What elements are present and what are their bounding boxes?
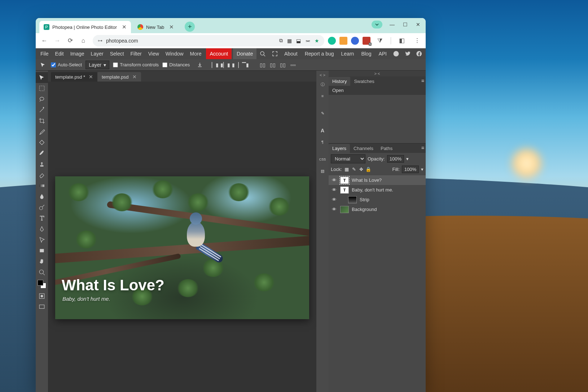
layer-row-what-is-love[interactable]: 👁 T What Is Love? xyxy=(329,175,426,185)
dodge-tool[interactable] xyxy=(36,202,48,213)
bookmark-star-icon[interactable]: ★ xyxy=(315,38,319,44)
lock-pixels-icon[interactable]: ✎ xyxy=(351,167,356,172)
doc-tab-1[interactable]: template.psd *✕ xyxy=(51,72,97,82)
auto-select-checkbox[interactable]: Auto-Select xyxy=(51,62,82,67)
facebook-icon[interactable] xyxy=(415,50,423,58)
swatches-tab[interactable]: Swatches xyxy=(350,77,378,86)
canvas-subtitle-text[interactable]: Baby, don't hurt me. xyxy=(62,296,110,302)
align-right-icon[interactable]: ▮▕ xyxy=(231,61,240,69)
visibility-icon[interactable]: 👁 xyxy=(331,187,337,193)
menu-file[interactable]: File xyxy=(37,48,52,59)
quickmask-tool[interactable] xyxy=(36,291,48,301)
layers-tab[interactable]: Layers xyxy=(329,144,350,153)
target-select[interactable]: Layer▾ xyxy=(85,61,109,69)
pen-tool[interactable] xyxy=(36,224,48,234)
ext-honey-icon[interactable] xyxy=(339,37,347,45)
brush-tool[interactable] xyxy=(36,148,48,159)
canvas-title-text[interactable]: What Is Love? xyxy=(62,277,164,294)
ext-ublock-icon[interactable]: 5 xyxy=(363,37,370,45)
visibility-icon[interactable]: 👁 xyxy=(331,207,337,212)
type-tool[interactable] xyxy=(36,213,48,224)
menu-api[interactable]: API xyxy=(376,48,390,59)
crop-tool[interactable] xyxy=(36,115,48,126)
close-tab-icon[interactable]: ✕ xyxy=(169,24,174,30)
channels-tab[interactable]: Channels xyxy=(350,144,377,153)
menu-report-bug[interactable]: Report a bug xyxy=(302,48,337,59)
layer-thumb[interactable]: T xyxy=(340,177,349,184)
browser-tab-newtab[interactable]: New Tab ✕ xyxy=(133,21,178,33)
canvas-viewport[interactable]: What Is Love? Baby, don't hurt me. xyxy=(48,82,316,392)
fullscreen-icon[interactable] xyxy=(269,48,281,59)
maximize-button[interactable]: ☐ xyxy=(400,19,411,30)
lock-position-icon[interactable]: ✥ xyxy=(359,167,364,172)
distribute-v-icon[interactable]: ▯▯ xyxy=(268,61,277,69)
close-doc-icon[interactable]: ✕ xyxy=(89,74,93,80)
paragraph-panel-icon[interactable]: ¶ xyxy=(318,138,327,146)
paths-tab[interactable]: Paths xyxy=(377,144,396,153)
close-window-button[interactable]: ✕ xyxy=(413,19,424,30)
gradient-tool[interactable] xyxy=(36,180,48,191)
transform-controls-checkbox[interactable]: Transform controls xyxy=(113,62,159,67)
color-swatches[interactable] xyxy=(38,280,46,289)
install-icon[interactable]: ⬓ xyxy=(296,38,301,44)
panel-menu-icon[interactable]: ≡ xyxy=(421,145,424,151)
account-button[interactable]: Account xyxy=(206,48,232,59)
ext-grammarly-icon[interactable] xyxy=(328,37,336,45)
align-top-icon[interactable]: ▔▮ xyxy=(241,61,250,69)
forward-button[interactable]: → xyxy=(52,35,63,47)
eraser-tool[interactable] xyxy=(36,169,48,180)
menu-blog[interactable]: Blog xyxy=(358,48,374,59)
visibility-icon[interactable]: 👁 xyxy=(331,197,337,202)
menu-window[interactable]: Window xyxy=(162,48,187,59)
eyedropper-tool[interactable] xyxy=(36,126,48,137)
history-tab[interactable]: History xyxy=(329,77,350,86)
hand-tool[interactable] xyxy=(36,256,48,267)
canvas[interactable]: What Is Love? Baby, don't hurt me. xyxy=(55,176,309,319)
sidepanel-button[interactable]: ◧ xyxy=(396,35,408,47)
menu-about[interactable]: About xyxy=(281,48,300,59)
close-doc-icon[interactable]: ✕ xyxy=(132,74,137,80)
reddit-icon[interactable] xyxy=(392,50,400,58)
fill-value[interactable]: 100% xyxy=(402,166,419,173)
layer-thumb[interactable] xyxy=(340,206,349,213)
character-panel-icon[interactable]: A xyxy=(318,126,327,135)
layer-row-strip[interactable]: 👁 Strip xyxy=(329,195,426,204)
menu-learn[interactable]: Learn xyxy=(338,48,357,59)
download-icon[interactable] xyxy=(196,61,204,69)
panel-collapse-handle[interactable]: > < xyxy=(329,71,426,76)
menu-view[interactable]: View xyxy=(145,48,162,59)
distribute-h-icon[interactable]: ▯▯ xyxy=(258,61,267,69)
close-tab-icon[interactable]: ✕ xyxy=(122,24,127,30)
marquee-tool[interactable] xyxy=(36,83,48,94)
layer-row-baby-dont-hurt-me[interactable]: 👁 T Baby, don't hurt me. xyxy=(329,185,426,195)
wand-tool[interactable] xyxy=(36,105,48,115)
clone-tool[interactable] xyxy=(36,159,48,169)
browser-menu-button[interactable]: ⋮ xyxy=(411,35,423,47)
opacity-value[interactable]: 100% xyxy=(387,155,404,163)
ext-wallet-icon[interactable] xyxy=(351,37,359,45)
image-panel-icon[interactable]: ▧ xyxy=(318,167,327,175)
distribute-more-icon[interactable]: ▫▫▫ xyxy=(289,61,297,69)
distances-checkbox[interactable]: Distances xyxy=(162,62,190,67)
menu-image[interactable]: Image xyxy=(67,48,88,59)
share-icon[interactable]: ⫘ xyxy=(305,38,310,44)
css-panel-icon[interactable]: CSS xyxy=(318,155,327,164)
panel-menu-icon[interactable]: ≡ xyxy=(421,78,424,84)
layer-thumb[interactable] xyxy=(348,196,357,203)
twitter-icon[interactable] xyxy=(404,50,412,58)
desktop-icon[interactable]: ⧉ xyxy=(279,38,283,44)
donate-button[interactable]: Donate xyxy=(233,48,256,59)
visibility-icon[interactable]: 👁 xyxy=(331,177,337,183)
path-select-tool[interactable] xyxy=(36,234,48,245)
screenmode-tool[interactable] xyxy=(36,301,48,312)
heal-tool[interactable] xyxy=(36,137,48,148)
blend-mode-select[interactable]: Normal xyxy=(331,154,365,163)
menu-more[interactable]: More xyxy=(187,48,205,59)
brushes-panel-icon[interactable]: ✎ xyxy=(318,109,327,118)
lock-all-icon[interactable]: 🔒 xyxy=(366,167,371,172)
home-button[interactable]: ⌂ xyxy=(78,35,89,47)
layer-thumb[interactable]: T xyxy=(340,186,349,194)
info-panel-icon[interactable]: ⓘ xyxy=(318,80,327,89)
align-hcenter-icon[interactable]: ▮▏▮ xyxy=(221,61,229,69)
doc-tab-2[interactable]: template.psd✕ xyxy=(97,72,141,82)
